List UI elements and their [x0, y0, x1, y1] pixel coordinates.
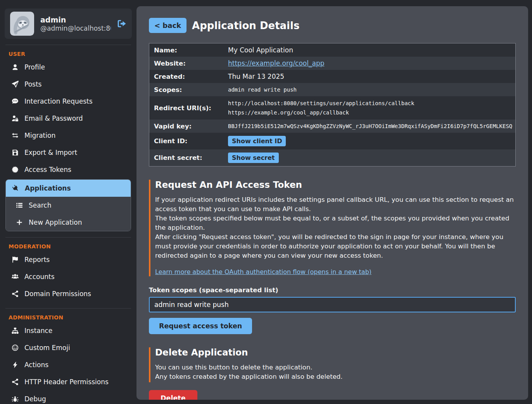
sidebar: admin @admin@localhost:80... USERProfile… [0, 0, 136, 404]
title-row: < back Application Details [149, 18, 516, 33]
show-secret-button[interactable]: Show secret [228, 153, 279, 163]
sidebar-item-custom-emoji[interactable]: Custom Emoji [5, 339, 131, 356]
sidebar-item-profile[interactable]: Profile [5, 59, 131, 76]
smiley-icon [12, 344, 19, 351]
table-row-client-secret: Client secret:Show secret [149, 149, 515, 166]
sidebar-item-label: Applications [25, 184, 71, 192]
sidebar-item-label: New Application [29, 218, 82, 226]
floppy-disk-icon [12, 149, 19, 156]
row-value: http://localhost:8080/settings/user/appl… [228, 99, 511, 117]
application-details-table: Name:My Cool ApplicationWebsite:https://… [149, 43, 516, 166]
plus-icon [16, 219, 23, 226]
token-section: Request An API Access Token If your appl… [149, 180, 516, 334]
arrows-left-right-icon [12, 132, 19, 139]
sidebar-item-export-import[interactable]: Export & Import [5, 144, 131, 161]
redirect-uri: http://localhost:8080/settings/user/appl… [228, 99, 511, 108]
sidebar-item-instance[interactable]: Instance [5, 322, 131, 339]
sign-out-icon[interactable] [117, 19, 126, 28]
sidebar-subnav: SearchNew Application [6, 197, 131, 231]
main-panel: < back Application Details Name:My Cool … [136, 6, 528, 400]
sidebar-item-http-header-permissions[interactable]: HTTP Header Permissions [5, 373, 131, 390]
token-section-title: Request An API Access Token [155, 180, 516, 190]
sidebar-item-debug[interactable]: Debug [5, 390, 131, 404]
row-label: Redirect URI(s): [154, 104, 228, 112]
website-link[interactable]: https://example.org/cool_app [228, 59, 325, 67]
request-access-token-button[interactable]: Request access token [149, 318, 252, 334]
back-button[interactable]: < back [149, 18, 187, 33]
flag-icon [12, 256, 19, 263]
list-icon [16, 202, 23, 209]
sidebar-group-applications: ApplicationsSearchNew Application [5, 179, 131, 231]
sidebar-item-label: Instance [24, 327, 52, 335]
sidebar-item-new-application[interactable]: New Application [6, 214, 131, 231]
user-lock-icon [12, 115, 19, 122]
sidebar-item-label: HTTP Header Permissions [24, 378, 109, 386]
sidebar-item-access-tokens[interactable]: Access Tokens [5, 161, 131, 178]
table-row-created: Created:Thu Mar 13 2025 [149, 70, 515, 83]
sidebar-item-label: Migration [24, 132, 55, 139]
sidebar-item-label: Actions [24, 361, 48, 369]
sidebar-item-email-password[interactable]: Email & Password [5, 110, 131, 127]
sidebar-section-label-moderation: MODERATION [9, 243, 136, 250]
avatar [10, 12, 34, 36]
sidebar-item-accounts[interactable]: Accounts [5, 268, 131, 285]
sidebar-section-label-administration: ADMINISTRATION [9, 314, 136, 321]
sidebar-item-interaction-requests[interactable]: Interaction Requests [5, 93, 131, 110]
sidebar-item-applications[interactable]: Applications [6, 180, 131, 197]
sidebar-item-domain-permissions[interactable]: Domain Permissions [5, 285, 131, 302]
sidebar-item-posts[interactable]: Posts [5, 76, 131, 93]
token-section-paragraph: The token scopes specified below must be… [155, 214, 516, 232]
delete-section-line: You can use this button to delete the ap… [155, 363, 516, 372]
row-label: Vapid key: [154, 123, 228, 130]
token-scopes-input[interactable] [149, 297, 516, 312]
row-value: Show client ID [228, 135, 511, 147]
oauth-docs-link[interactable]: Learn more about the OAuth authenticatio… [155, 268, 371, 276]
show-client-id-button[interactable]: Show client ID [228, 136, 286, 146]
token-section-paragraph: If your application redirect URIs includ… [155, 195, 516, 214]
user-name: admin [40, 15, 111, 25]
row-label: Client secret: [154, 154, 228, 161]
page-title: Application Details [192, 20, 299, 31]
delete-section-text: Delete Application You can use this butt… [149, 347, 516, 382]
sidebar-item-actions[interactable]: Actions [5, 356, 131, 373]
users-icon [12, 273, 19, 280]
user-icon [12, 64, 19, 71]
sidebar-item-label: Interaction Requests [24, 97, 93, 105]
row-label: Website: [154, 60, 228, 67]
sidebar-item-migration[interactable]: Migration [5, 127, 131, 144]
sidebar-item-label: Posts [24, 80, 41, 88]
delete-section: Delete Application You can use this butt… [149, 347, 516, 400]
sidebar-item-search[interactable]: Search [6, 197, 131, 214]
sidebar-item-label: Debug [24, 395, 46, 403]
sidebar-item-label: Domain Permissions [24, 290, 91, 298]
table-row-vapid-key: Vapid key:BBJffJ219b5iE512m7wQSzv4KgKDhg… [149, 120, 515, 133]
table-row-name: Name:My Cool Application [149, 43, 515, 57]
sidebar-divider [5, 237, 131, 238]
sidebar-item-reports[interactable]: Reports [5, 251, 131, 268]
share-nodes-icon [12, 290, 19, 297]
delete-section-lines: You can use this button to delete the ap… [155, 363, 516, 381]
sidebar-item-label: Export & Import [24, 149, 77, 156]
row-value: BBJffJ219b5iE512m7wQSzv4KgKDhgZZVzNyWC_r… [228, 122, 512, 130]
sidebar-divider [5, 308, 131, 309]
user-meta: admin @admin@localhost:80... [40, 15, 111, 33]
sidebar-nav: USERProfilePostsInteraction RequestsEmai… [0, 51, 136, 404]
row-value: Show secret [228, 152, 511, 164]
sidebar-item-label: Custom Emoji [24, 344, 70, 352]
sidebar-divider [5, 45, 131, 45]
row-value: Thu Mar 13 2025 [228, 72, 511, 81]
delete-section-line: Any tokens created by the application wi… [155, 372, 516, 381]
row-label: Name: [154, 47, 228, 54]
delete-button[interactable]: Delete [149, 390, 197, 400]
sidebar-item-label: Accounts [24, 273, 55, 281]
sidebar-item-label: Reports [24, 256, 50, 264]
share-nodes-icon [12, 378, 19, 385]
table-row-website: Website:https://example.org/cool_app [149, 57, 515, 70]
comment-dots-icon [12, 98, 19, 105]
user-card[interactable]: admin @admin@localhost:80... [5, 9, 132, 39]
bolt-icon [12, 361, 19, 368]
row-value: https://example.org/cool_app [228, 59, 511, 68]
sidebar-item-label: Email & Password [24, 114, 83, 122]
redirect-uri: https://example.org/cool_app/callback [228, 108, 511, 117]
table-row-client-id: Client ID:Show client ID [149, 133, 515, 149]
